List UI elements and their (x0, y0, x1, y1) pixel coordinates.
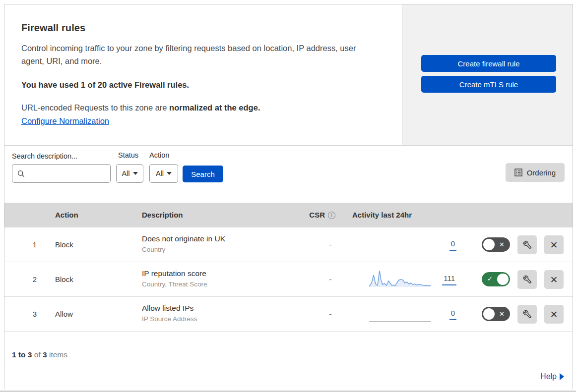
toggle-knob (483, 308, 495, 320)
create-firewall-rule-button[interactable]: Create firewall rule (421, 55, 556, 72)
chevron-down-icon (133, 172, 138, 175)
rule-action: Allow (55, 297, 73, 332)
status-toggle[interactable]: ✕ (482, 237, 510, 252)
delete-rule-button[interactable]: ✕ (544, 270, 564, 289)
toggle-state-icon: ✓ (487, 273, 493, 285)
sparkline-flat (369, 321, 431, 322)
status-toggle[interactable]: ✕ (482, 307, 510, 321)
rule-description: IP reputation score Country, Threat Scor… (142, 269, 207, 288)
table-row: 3 Allow Allow listed IPs IP Source Addre… (4, 297, 573, 332)
csr-value: - (320, 227, 340, 262)
arrow-right-icon (560, 373, 564, 380)
header-actions-panel: Create firewall rule Create mTLS rule (402, 4, 573, 145)
csr-value: - (320, 262, 340, 297)
normalization-line: URL-encoded Requests to this zone are no… (21, 103, 382, 112)
page-description: Control incoming traffic to your zone by… (21, 42, 375, 67)
column-header-csr: CSR (302, 203, 325, 227)
activity-count-wrap: 0 (424, 297, 456, 332)
close-icon: ✕ (550, 274, 558, 285)
filter-bar: Search description... Status Action All … (4, 146, 573, 203)
table-header: Action Description CSR i Activity last 2… (4, 203, 573, 227)
close-icon: ✕ (550, 239, 558, 250)
search-icon (17, 170, 25, 177)
status-label: Status (118, 151, 138, 159)
wrench-icon (523, 240, 532, 249)
usage-summary: You have used 1 of 20 active Firewall ru… (21, 80, 382, 90)
help-link[interactable]: Help (540, 372, 564, 381)
column-header-action: Action (55, 203, 78, 227)
activity-sparkline (369, 269, 431, 288)
rule-fields: IP Source Address (142, 315, 197, 323)
info-icon[interactable]: i (328, 212, 335, 219)
search-input-container (12, 164, 111, 183)
ordering-button[interactable]: Ordering (506, 163, 565, 182)
close-icon: ✕ (550, 309, 558, 320)
delete-rule-button[interactable]: ✕ (544, 305, 564, 324)
activity-count-wrap: 111 (424, 262, 456, 297)
firewall-rules-page: Firewall rules Control incoming traffic … (0, 0, 576, 392)
table-row: 1 Block Does not originate in UK Country… (4, 227, 573, 262)
rule-description-title: Does not originate in UK (142, 234, 225, 243)
search-button[interactable]: Search (183, 166, 223, 182)
chevron-down-icon (167, 172, 172, 175)
pagination-summary: 1 to 3 of 3 items (12, 350, 67, 359)
column-header-description: Description (142, 203, 183, 227)
activity-count-link[interactable]: 0 (449, 239, 456, 251)
header-section: Firewall rules Control incoming traffic … (4, 4, 573, 146)
rule-description: Allow listed IPs IP Source Address (142, 304, 197, 323)
sparkline-flat (369, 252, 431, 252)
normalization-bold: normalized at the edge. (169, 103, 260, 112)
list-icon (514, 168, 522, 176)
edit-rule-button[interactable] (517, 305, 537, 324)
activity-count-link[interactable]: 111 (442, 274, 456, 285)
help-bar: Help (4, 366, 573, 389)
edit-rule-button[interactable] (517, 270, 537, 289)
activity-sparkline (369, 234, 431, 253)
toggle-knob (497, 274, 509, 285)
edit-rule-button[interactable] (517, 235, 537, 254)
rule-description-title: IP reputation score (142, 269, 207, 278)
activity-sparkline (369, 304, 431, 323)
rule-fields: Country (142, 246, 225, 253)
table-row: 2 Block IP reputation score Country, Thr… (4, 262, 573, 297)
wrench-icon (523, 275, 532, 284)
search-input[interactable] (29, 169, 103, 177)
rule-action: Block (55, 262, 73, 297)
toggle-knob (483, 239, 495, 250)
delete-rule-button[interactable]: ✕ (544, 235, 564, 254)
toggle-state-icon: ✕ (499, 307, 505, 321)
column-header-activity: Activity last 24hr (352, 203, 412, 227)
rule-fields: Country, Threat Score (142, 280, 207, 288)
activity-count-link[interactable]: 0 (449, 309, 456, 320)
rule-priority: 3 (28, 297, 41, 332)
action-label: Action (149, 151, 169, 159)
header-description-area: Firewall rules Control incoming traffic … (4, 4, 402, 145)
table-footer: 1 to 3 of 3 items (4, 332, 573, 366)
status-toggle[interactable]: ✓ (482, 272, 510, 286)
rule-priority: 1 (28, 227, 41, 262)
create-mtls-rule-button[interactable]: Create mTLS rule (421, 76, 556, 93)
page-title: Firewall rules (21, 22, 382, 34)
firewall-rules-panel: Firewall rules Control incoming traffic … (4, 4, 573, 389)
action-select[interactable]: All (149, 164, 178, 183)
status-select[interactable]: All (116, 164, 143, 183)
activity-count-wrap: 0 (424, 227, 456, 262)
rule-description-title: Allow listed IPs (142, 304, 197, 313)
rule-action: Block (55, 227, 73, 262)
csr-value: - (320, 297, 340, 332)
normalization-text: URL-encoded Requests to this zone are (21, 103, 169, 112)
rule-description: Does not originate in UK Country (142, 234, 225, 253)
configure-normalization-link[interactable]: Configure Normalization (21, 116, 109, 126)
search-label: Search description... (12, 152, 77, 160)
toggle-state-icon: ✕ (499, 237, 505, 252)
wrench-icon (523, 310, 532, 319)
rule-priority: 2 (28, 262, 41, 297)
